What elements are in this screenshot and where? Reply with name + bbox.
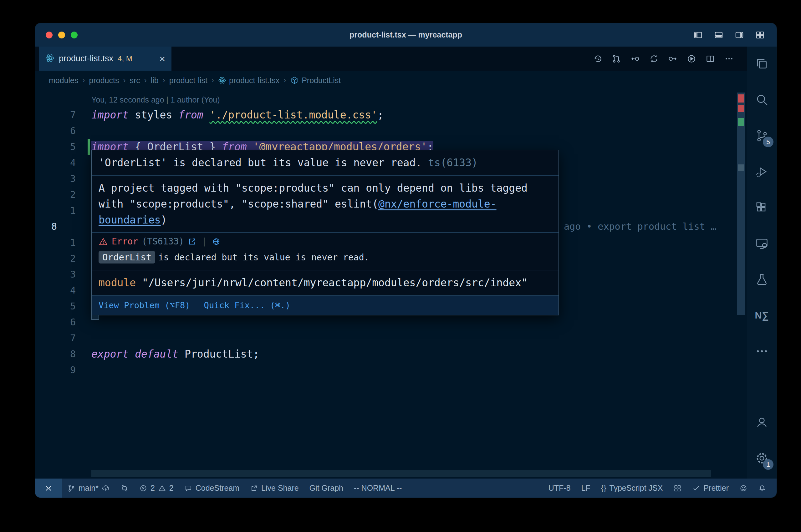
navigate-back-icon[interactable]: [631, 54, 640, 63]
git-graph-item[interactable]: Git Graph: [304, 478, 349, 498]
close-window-button[interactable]: [46, 32, 53, 38]
code-line-text[interactable]: [76, 187, 91, 203]
additional-views-icon[interactable]: [751, 340, 773, 362]
code-line: 6: [35, 123, 734, 139]
timeline-history-icon[interactable]: [593, 54, 602, 63]
tab-label: product-list.tsx: [59, 54, 113, 63]
open-external-icon[interactable]: [188, 237, 197, 246]
run-debug-icon[interactable]: [751, 161, 773, 183]
breadcrumb-item[interactable]: src: [129, 76, 140, 85]
minimize-window-button[interactable]: [58, 32, 65, 38]
editor-actions: [593, 46, 747, 71]
git-gutter-added-indicator: [88, 139, 90, 155]
code-line-text[interactable]: [76, 203, 91, 218]
error-label: Error: [112, 236, 138, 247]
code-line-text[interactable]: import styles from './product-list.modul…: [76, 107, 384, 123]
horizontal-scrollbar[interactable]: [91, 470, 711, 477]
language-mode-item[interactable]: {} TypeScript JSX: [596, 478, 668, 498]
code-line-text[interactable]: [76, 171, 91, 187]
quick-fix-link[interactable]: Quick Fix... (⌘.): [204, 300, 290, 310]
feedback-item[interactable]: [734, 478, 753, 498]
diagnostic-code: ts(6133): [428, 157, 478, 169]
toggle-panel-icon[interactable]: [714, 30, 723, 40]
code-editor[interactable]: You, 12 seconds ago | 1 author (You) 7 i…: [35, 90, 747, 478]
code-line-text[interactable]: [76, 314, 91, 330]
breadcrumb-item[interactable]: products: [89, 76, 119, 85]
branch-name: main*: [78, 483, 98, 493]
code-line-text[interactable]: export default ProductList;: [76, 346, 259, 362]
publish-cloud-icon: [102, 484, 110, 492]
eol-item[interactable]: LF: [576, 478, 596, 498]
git-pull-request-icon[interactable]: [612, 54, 621, 63]
code-line-text[interactable]: [76, 282, 91, 298]
tab-close-icon[interactable]: ×: [159, 54, 165, 64]
hover-markdown-text: is declared but its value is never read.: [158, 252, 369, 263]
account-icon[interactable]: [751, 411, 773, 433]
status-bar: main* 2 2 CodeStream Live Share Git: [35, 478, 777, 498]
testing-beaker-icon[interactable]: [751, 268, 773, 290]
globe-icon[interactable]: [212, 237, 221, 246]
module-path-row: module "/Users/juri/nrwl/content/myreact…: [92, 270, 559, 295]
branch-compare-item[interactable]: [115, 478, 134, 498]
codestream-item[interactable]: CodeStream: [179, 478, 245, 498]
code-line-text[interactable]: [76, 250, 91, 266]
split-editor-icon[interactable]: [706, 54, 715, 63]
chevron-right-icon: ›: [284, 76, 286, 85]
toggle-primary-sidebar-icon[interactable]: [693, 30, 703, 40]
window-title: product-list.tsx — myreactapp: [35, 30, 777, 39]
encoding-item[interactable]: UTF-8: [543, 478, 576, 498]
breadcrumb-item[interactable]: lib: [151, 76, 159, 85]
toggle-secondary-sidebar-icon[interactable]: [735, 30, 744, 40]
breadcrumb-item[interactable]: modules: [49, 76, 78, 85]
view-problem-link[interactable]: View Problem (⌥F8): [98, 300, 190, 310]
customize-layout-icon[interactable]: [755, 30, 765, 40]
live-share-item[interactable]: Live Share: [245, 478, 304, 498]
line-number: 1: [35, 234, 76, 250]
vertical-scrollbar[interactable]: [737, 93, 745, 315]
nx-console-icon[interactable]: N∑: [751, 304, 773, 326]
code-line: 6: [35, 314, 734, 330]
code-line-text[interactable]: [76, 218, 91, 234]
code-line: 7 import styles from './product-list.mod…: [35, 107, 734, 123]
remote-explorer-icon[interactable]: [751, 232, 773, 254]
notifications-item[interactable]: [753, 478, 771, 498]
line-number: 8: [35, 346, 76, 362]
gitlens-authors-lens[interactable]: You, 12 seconds ago | 1 author (You): [35, 93, 220, 107]
code-line-text[interactable]: [76, 266, 91, 282]
code-line-text[interactable]: [76, 155, 91, 171]
extension-status-item[interactable]: [668, 478, 687, 498]
check-icon: [692, 484, 700, 492]
code-line-text[interactable]: [76, 298, 91, 314]
breadcrumb-item-file[interactable]: product-list.tsx: [218, 76, 279, 85]
overview-ruler-added-mark: [738, 118, 744, 126]
extensions-icon[interactable]: [751, 196, 773, 218]
vim-mode-indicator[interactable]: -- NORMAL --: [349, 478, 407, 498]
breadcrumb-item-symbol[interactable]: ProductList: [290, 76, 341, 85]
prettier-item[interactable]: Prettier: [687, 478, 734, 498]
search-icon[interactable]: [751, 89, 773, 111]
source-control-icon[interactable]: 5: [751, 125, 773, 147]
codestream-label: CodeStream: [196, 483, 239, 493]
explorer-view-icon[interactable]: [751, 53, 773, 75]
navigate-forward-icon[interactable]: [668, 54, 677, 63]
activity-bar: 5 N∑: [747, 46, 777, 478]
remote-indicator[interactable]: [35, 478, 62, 498]
prettier-label: Prettier: [703, 483, 729, 493]
react-file-icon: [218, 76, 226, 84]
code-line-text[interactable]: [76, 123, 91, 139]
tab-product-list[interactable]: product-list.tsx 4, M ×: [39, 46, 171, 71]
code-line-text[interactable]: [76, 362, 91, 378]
breadcrumb-item[interactable]: product-list: [169, 76, 207, 85]
code-line-text[interactable]: [76, 234, 91, 250]
current-line-number: 8: [35, 218, 76, 234]
git-branch-item[interactable]: main*: [62, 478, 115, 498]
more-actions-icon[interactable]: [724, 54, 734, 63]
maximize-window-button[interactable]: [71, 32, 78, 38]
hover-resize-handle[interactable]: [91, 315, 99, 320]
code-line-text[interactable]: [76, 330, 91, 346]
settings-gear-icon[interactable]: 1: [751, 447, 773, 469]
line-number: 5: [35, 298, 76, 314]
run-file-icon[interactable]: [687, 54, 696, 63]
sync-icon[interactable]: [649, 54, 659, 63]
problems-item[interactable]: 2 2: [134, 478, 179, 498]
